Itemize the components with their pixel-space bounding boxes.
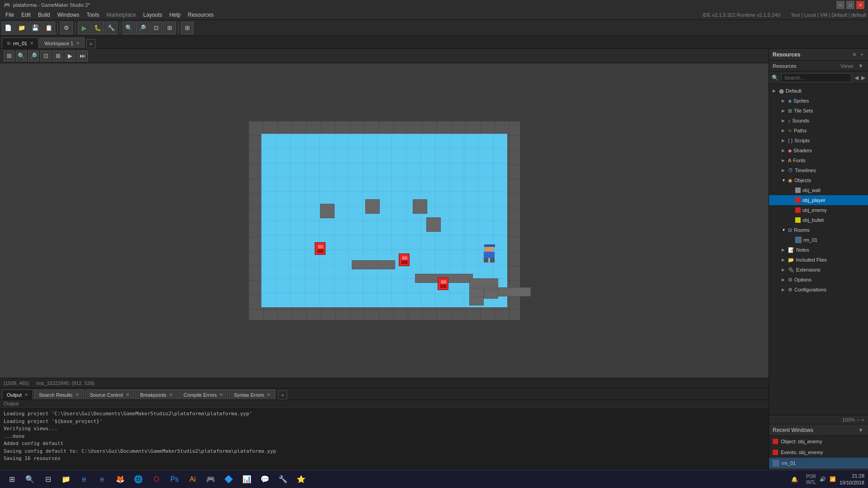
menu-tools[interactable]: Tools <box>83 11 103 19</box>
app5-button[interactable]: 🔧 <box>275 471 291 488</box>
fileexplorer-button[interactable]: 📁 <box>58 471 74 488</box>
tree-configurations[interactable]: ▶ ⚙ Configurations <box>769 285 868 295</box>
tab-sourcecontrol-close[interactable]: ✕ <box>126 392 129 397</box>
view-playmode-button[interactable]: ⏭ <box>77 51 88 61</box>
minimize-button[interactable]: ─ <box>836 1 844 9</box>
tree-fonts[interactable]: ▶ A Fonts <box>769 155 868 165</box>
menu-windows[interactable]: Windows <box>54 11 83 19</box>
tab-search-results[interactable]: Search Results ✕ <box>34 389 84 399</box>
menu-file[interactable]: File <box>2 11 18 19</box>
tree-default-group[interactable]: ▶ ⬤ Default <box>769 86 868 96</box>
app3-button[interactable]: 📊 <box>239 471 255 488</box>
tree-sprites[interactable]: ▶ ◈ Sprites <box>769 96 868 106</box>
tab-add-button[interactable]: + <box>86 39 95 48</box>
menu-edit[interactable]: Edit <box>18 11 34 19</box>
close-button[interactable]: ✕ <box>856 1 864 9</box>
tree-tilesets[interactable]: ▶ ⊞ Tile Sets <box>769 106 868 116</box>
maximize-button[interactable]: □ <box>846 1 854 9</box>
debug-button[interactable]: 🐛 <box>91 22 104 34</box>
bottom-tab-add[interactable]: + <box>278 390 287 399</box>
tree-scripts[interactable]: ▶ { } Scripts <box>769 136 868 145</box>
tab-syntax-errors[interactable]: Syntax Errors ✕ <box>229 389 275 399</box>
search-input[interactable] <box>781 73 852 82</box>
menu-build[interactable]: Build <box>34 11 54 19</box>
zoom-out-button[interactable]: 🔎 <box>136 22 149 34</box>
zoom-minus-button[interactable]: − <box>857 417 859 422</box>
tab-source-control[interactable]: Source Control ✕ <box>85 389 134 399</box>
menu-marketplace[interactable]: Marketplace <box>103 11 139 19</box>
tree-paths[interactable]: ▶ ⤷ Paths <box>769 126 868 136</box>
clean-button[interactable]: 🔧 <box>105 22 118 34</box>
tree-included-files[interactable]: ▶ 📂 Included Files <box>769 255 868 265</box>
tree-sounds[interactable]: ▶ ♪ Sounds <box>769 116 868 126</box>
tree-obj-bullet[interactable]: obj_bullet <box>769 215 868 225</box>
recent-item-1[interactable]: Object: obj_enemy <box>769 436 868 447</box>
tab-compileerrors-close[interactable]: ✕ <box>219 392 223 397</box>
resources-add-button[interactable]: + <box>859 51 864 59</box>
tab-output-close[interactable]: ✕ <box>24 392 28 397</box>
tab-output[interactable]: Output ✕ <box>2 389 33 399</box>
view-fit-button[interactable]: ⊞ <box>52 51 63 61</box>
tab-workspace1-close[interactable]: ✕ <box>76 41 80 46</box>
tree-obj-enemy[interactable]: obj_enemy <box>769 205 868 215</box>
saveas-button[interactable]: 📋 <box>42 22 55 34</box>
resource-tree[interactable]: ▶ ⬤ Default ▶ ◈ Sprites ▶ ⊞ Tile Sets ▶ … <box>769 84 868 415</box>
tree-objects[interactable]: ▼ ◉ Objects <box>769 175 868 185</box>
output-area[interactable]: Loading project 'C:\Users\Gui\Documents\… <box>0 408 769 478</box>
start-button[interactable]: ⊞ <box>4 471 20 488</box>
app4-button[interactable]: 💬 <box>257 471 273 488</box>
tree-shaders[interactable]: ▶ ◆ Shaders <box>769 145 868 155</box>
view-grid-button[interactable]: ⊞ <box>4 51 14 61</box>
canvas-wrapper[interactable] <box>0 63 769 378</box>
tab-compile-errors[interactable]: Compile Errors ✕ <box>179 389 228 399</box>
preferences-button[interactable]: ⚙ <box>60 22 73 34</box>
app1-button[interactable]: 🎮 <box>203 471 219 488</box>
view-zoomin-button[interactable]: 🔍 <box>16 51 27 61</box>
menu-help[interactable]: Help <box>166 11 184 19</box>
view-zoomreset-button[interactable]: ⊡ <box>40 51 51 61</box>
open-button[interactable]: 📁 <box>15 22 28 34</box>
tab-rm01[interactable]: ⊞ rm_01 ✕ <box>2 38 38 48</box>
recent-windows-chevron[interactable]: ▼ <box>857 426 864 434</box>
new-button[interactable]: 📄 <box>2 22 14 34</box>
app2-button[interactable]: 🔷 <box>221 471 237 488</box>
view-play-button[interactable]: ▶ <box>65 51 75 61</box>
run-button[interactable]: ▶ <box>78 22 90 34</box>
tab-breakpoints-close[interactable]: ✕ <box>169 392 173 397</box>
grid-button[interactable]: ⊞ <box>181 22 193 34</box>
tree-timelines[interactable]: ▶ ⏱ Timelines <box>769 165 868 175</box>
view-zoomout-button[interactable]: 🔎 <box>28 51 39 61</box>
search-forward-button[interactable]: ▶ <box>861 75 865 81</box>
illustrator-button[interactable]: Ai <box>184 471 201 488</box>
tree-obj-wall[interactable]: obj_wall <box>769 185 868 195</box>
taskview-button[interactable]: ⊟ <box>40 471 56 488</box>
tree-notes[interactable]: ▶ 📝 Notes <box>769 245 868 255</box>
search-back-button[interactable]: ◀ <box>854 75 859 81</box>
recent-item-3[interactable]: rm_01 <box>769 458 868 469</box>
opera-button[interactable]: O <box>148 471 165 488</box>
firefox-button[interactable]: 🦊 <box>112 471 128 488</box>
photoshop-button[interactable]: Ps <box>166 471 183 488</box>
resources-close-button[interactable]: ✕ <box>851 51 858 59</box>
menu-layouts[interactable]: Layouts <box>140 11 166 19</box>
tab-syntaxerrors-close[interactable]: ✕ <box>267 392 270 397</box>
notification-button[interactable]: 🔔 <box>786 471 802 488</box>
tree-rooms[interactable]: ▼ ⊟ Rooms <box>769 225 868 235</box>
dropdown-chevron[interactable]: ▼ <box>857 62 864 70</box>
menu-resources[interactable]: Resources <box>184 11 217 19</box>
tree-extensions[interactable]: ▶ 🔌 Extensions <box>769 265 868 275</box>
recent-item-2[interactable]: Events: obj_enemy <box>769 447 868 458</box>
tree-rm01[interactable]: rm_01 <box>769 235 868 245</box>
tab-search-close[interactable]: ✕ <box>75 392 79 397</box>
app6-button[interactable]: ⭐ <box>293 471 309 488</box>
zoom-fit-button[interactable]: ⊞ <box>163 22 176 34</box>
zoom-reset-button[interactable]: ⊡ <box>150 22 162 34</box>
tree-options[interactable]: ▶ ⚙ Options <box>769 275 868 285</box>
tab-workspace1[interactable]: Workspace 1 ✕ <box>39 38 85 48</box>
tab-breakpoints[interactable]: Breakpoints ✕ <box>135 389 178 399</box>
tree-obj-player[interactable]: obj_player <box>769 195 868 205</box>
ie-button[interactable]: e <box>94 471 110 488</box>
search-button[interactable]: 🔍 <box>22 471 38 488</box>
tab-rm01-close[interactable]: ✕ <box>30 41 33 46</box>
edge-button[interactable]: e <box>76 471 92 488</box>
